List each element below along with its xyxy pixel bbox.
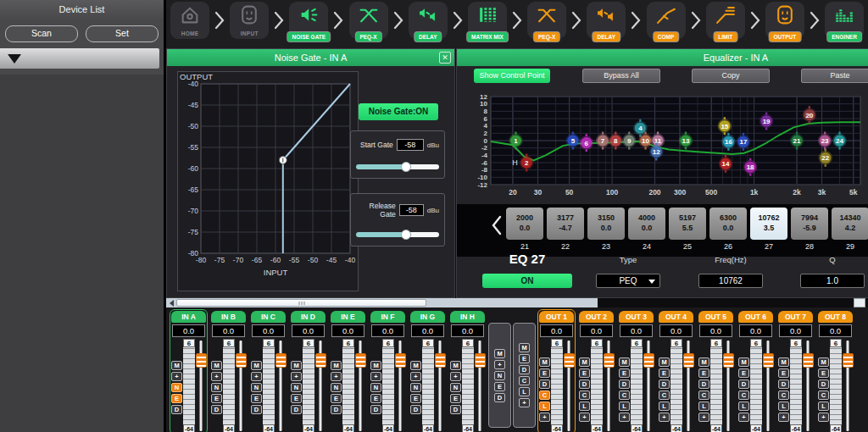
toolbar-step-delay[interactable]: DELAY — [587, 2, 626, 39]
channel-button-plus[interactable]: + — [698, 413, 709, 422]
channel-button-plus[interactable]: + — [211, 372, 222, 381]
paste-button[interactable]: Paste — [801, 69, 868, 83]
eq-on-button[interactable]: ON — [482, 274, 572, 288]
channel-gain-value[interactable]: 0.0 — [292, 324, 325, 337]
toolbar-step-peq-x[interactable]: PEQ-X — [349, 2, 388, 39]
channel-button-d[interactable]: D — [291, 405, 302, 414]
channel-button-m[interactable]: M — [519, 343, 530, 352]
fader-track[interactable] — [475, 339, 485, 432]
slider-thumb[interactable] — [401, 162, 411, 172]
channel-button-l[interactable]: L — [698, 402, 709, 411]
fader-handle[interactable] — [395, 353, 406, 368]
fader-track[interactable] — [723, 339, 733, 432]
channel-name[interactable]: IN B — [211, 311, 246, 323]
fader-handle[interactable] — [355, 353, 366, 368]
channel-button-m[interactable]: M — [171, 361, 182, 370]
channel-button-l[interactable]: L — [579, 402, 590, 411]
channel-button-e[interactable]: E — [818, 368, 829, 378]
channel-button-c[interactable]: C — [519, 376, 530, 385]
show-control-point-button[interactable]: Show Control Point — [474, 69, 550, 83]
channel-button-plus[interactable]: + — [519, 398, 530, 407]
channel-gain-value[interactable]: 0.0 — [212, 324, 245, 337]
noise-gate-graph[interactable]: -40-45-50-55-60-65-70-75-80-80-75-70-65-… — [177, 71, 359, 291]
channel-gain-value[interactable]: 0.0 — [699, 324, 732, 337]
channel-button-d[interactable]: D — [619, 379, 630, 389]
channel-button-l[interactable]: L — [818, 402, 829, 411]
toolbar-step-comp[interactable]: COMP — [647, 2, 686, 39]
channel-gain-value[interactable]: 0.0 — [252, 324, 285, 337]
channel-button-plus[interactable]: + — [539, 413, 550, 422]
channel-button-d[interactable]: D — [659, 379, 670, 389]
fader-handle[interactable] — [723, 353, 734, 368]
release-gate-slider[interactable] — [356, 232, 439, 237]
channel-button-plus[interactable]: + — [171, 372, 182, 381]
toolbar-step-input[interactable]: INPUT — [230, 2, 269, 39]
fader-track[interactable] — [604, 339, 614, 432]
channel-button-l[interactable]: L — [539, 402, 550, 411]
fader-track[interactable] — [763, 339, 773, 432]
fader-track[interactable] — [275, 339, 286, 432]
toolbar-step-limit[interactable]: LIMIT — [706, 2, 745, 39]
channel-button-n[interactable]: N — [331, 383, 342, 392]
channel-button-l[interactable]: L — [738, 402, 749, 411]
channel-name[interactable]: OUT 1 — [539, 311, 574, 323]
start-gate-value[interactable]: -58 — [397, 139, 424, 151]
channel-button-n[interactable]: N — [171, 383, 182, 392]
equalizer-curve-plot[interactable]: 121086420-2-4-6-8-10-1220305010020030050… — [467, 93, 867, 200]
channel-button-d[interactable]: D — [698, 379, 709, 389]
channel-button-plus[interactable]: + — [659, 413, 670, 422]
fader-handle[interactable] — [275, 353, 287, 368]
channel-button-c[interactable]: C — [579, 390, 590, 400]
scan-button[interactable]: Scan — [5, 25, 78, 42]
channel-button-l[interactable]: L — [519, 387, 530, 396]
fader-handle[interactable] — [803, 353, 814, 368]
channel-button-plus[interactable]: + — [494, 360, 505, 369]
channel-button-l[interactable]: L — [659, 402, 670, 411]
channel-button-n[interactable]: N — [494, 371, 505, 380]
channel-button-plus[interactable]: + — [331, 372, 342, 381]
channel-button-d[interactable]: D — [579, 379, 590, 389]
channel-button-d[interactable]: D — [370, 405, 381, 414]
band-cell-24[interactable]: 40000.0 — [628, 208, 665, 240]
channel-button-n[interactable]: N — [370, 383, 381, 392]
channel-button-e[interactable]: E — [539, 368, 550, 378]
channel-gain-value[interactable]: 0.0 — [779, 324, 812, 337]
fader-track[interactable] — [236, 339, 246, 432]
band-cell-29[interactable]: 143404.2 — [832, 208, 868, 240]
fader-handle[interactable] — [475, 353, 486, 368]
channel-button-c[interactable]: C — [778, 390, 789, 400]
channel-button-n[interactable]: N — [211, 383, 222, 392]
toolbar-step-peq-x[interactable]: PEQ-X — [527, 2, 566, 39]
channel-button-c[interactable]: C — [818, 390, 829, 400]
scrollbar-left-arrow[interactable] — [166, 298, 176, 307]
channel-button-plus[interactable]: + — [251, 372, 262, 381]
channel-button-e[interactable]: E — [659, 368, 670, 378]
fader-track[interactable] — [803, 339, 813, 432]
channel-button-e[interactable]: E — [698, 368, 709, 378]
channel-name[interactable]: OUT 3 — [619, 311, 654, 323]
channel-button-e[interactable]: E — [211, 394, 222, 403]
horizontal-scrollbar[interactable] — [166, 298, 598, 307]
fader-handle[interactable] — [196, 353, 207, 368]
channel-button-d[interactable]: D — [211, 405, 222, 414]
channel-button-e[interactable]: E — [410, 394, 421, 403]
channel-button-plus[interactable]: + — [738, 413, 749, 422]
channel-gain-value[interactable]: 0.0 — [620, 324, 653, 337]
channel-button-m[interactable]: M — [818, 357, 829, 367]
channel-gain-value[interactable]: 0.0 — [580, 324, 613, 337]
channel-button-e[interactable]: E — [619, 368, 630, 378]
band-cell-25[interactable]: 51975.5 — [669, 208, 706, 240]
channel-button-d[interactable]: D — [539, 379, 550, 389]
toolbar-step-home[interactable]: HOME — [170, 2, 209, 39]
channel-button-m[interactable]: M — [291, 361, 302, 370]
channel-button-m[interactable]: M — [211, 361, 222, 370]
fader-handle[interactable] — [236, 353, 247, 368]
band-cell-23[interactable]: 31500.0 — [587, 208, 625, 240]
channel-button-plus[interactable]: + — [579, 413, 590, 422]
channel-button-e[interactable]: E — [370, 394, 381, 403]
channel-button-e[interactable]: E — [331, 394, 342, 403]
fader-track[interactable] — [564, 339, 574, 432]
fader-track[interactable] — [315, 339, 326, 432]
fader-handle[interactable] — [763, 353, 774, 368]
fader-track[interactable] — [643, 339, 654, 432]
